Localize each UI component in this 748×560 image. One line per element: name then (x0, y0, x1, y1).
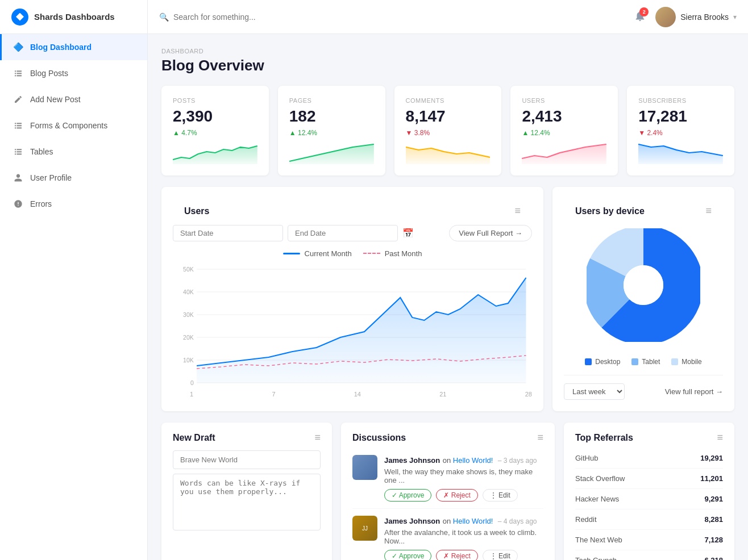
chart-area: 50K 40K 30K 20K 10K 0 (173, 264, 532, 388)
layout: 🔷 Blog Dashboard Blog Posts Add New Post… (0, 34, 748, 560)
tables-icon (13, 147, 23, 157)
top-referrals-card: Top Referrals ≡ GitHub 19,291 Stack Over… (564, 423, 734, 560)
svg-text:0: 0 (190, 380, 194, 386)
discussion-post-link[interactable]: Hello World! (453, 517, 493, 525)
list-icon (13, 68, 23, 78)
edit-button[interactable]: ⋮ Edit (483, 550, 518, 560)
sidebar-item-label: Tables (30, 147, 53, 156)
referral-count: 19,291 (700, 454, 723, 462)
legend-dashed-line (363, 253, 380, 254)
notification-count: 2 (639, 7, 649, 16)
svg-rect-7 (16, 123, 22, 124)
approve-button[interactable]: ✓ Approve (384, 550, 431, 560)
discussion-author: James Johnson (384, 456, 440, 465)
discussion-item: James Johnson on Hello World! – 3 days a… (352, 448, 543, 509)
sidebar-item-tables[interactable]: Tables (0, 139, 147, 165)
tablet-dot (631, 358, 638, 365)
end-date-input[interactable] (288, 225, 398, 241)
forms-icon (13, 120, 23, 131)
legend-current-label: Current Month (305, 249, 352, 258)
sidebar-item-blog-dashboard[interactable]: 🔷 Blog Dashboard (0, 34, 147, 60)
users-line-chart: 50K 40K 30K 20K 10K 0 (173, 264, 532, 388)
page-title: Blog Overview (161, 57, 734, 74)
sidebar-item-errors[interactable]: Errors (0, 191, 147, 217)
referral-item: Hacker News 9,291 (575, 489, 723, 509)
user-info[interactable]: Sierra Brooks ▾ (655, 7, 737, 27)
sidebar-item-label: Add New Post (30, 95, 81, 104)
stats-row: POSTS 2,390 ▲ 4.7% PAGES 182 ▲ 12.4% (161, 86, 734, 175)
svg-rect-6 (15, 123, 16, 124)
svg-rect-17 (16, 153, 22, 154)
add-icon (13, 94, 23, 105)
sidebar-item-label: User Profile (30, 173, 72, 182)
svg-rect-13 (16, 149, 22, 150)
draft-menu[interactable]: ≡ (314, 432, 321, 444)
draft-body-input[interactable] (173, 474, 321, 530)
svg-rect-2 (15, 73, 16, 74)
legend-solid-line (283, 253, 300, 254)
referral-item: The Next Web 7,128 (575, 530, 723, 550)
sidebar-item-user-profile[interactable]: User Profile (0, 165, 147, 191)
stat-value: 8,147 (406, 107, 491, 126)
sidebar-item-label: Blog Dashboard (30, 43, 92, 52)
referral-count: 11,201 (700, 474, 723, 483)
draft-title: New Draft (173, 433, 215, 443)
avatar (655, 7, 676, 27)
reject-button[interactable]: ✗ Reject (436, 489, 477, 502)
stat-value: 182 (289, 107, 374, 126)
sparkline-pages (289, 141, 374, 164)
edit-button[interactable]: ⋮ Edit (483, 489, 518, 502)
users-chart-title: Users (184, 206, 209, 216)
stat-value: 2,413 (522, 107, 606, 126)
search-input[interactable] (173, 12, 611, 22)
device-chart-title: Users by device (575, 206, 645, 216)
sidebar: 🔷 Blog Dashboard Blog Posts Add New Post… (0, 34, 148, 560)
referral-name: Reddit (575, 515, 597, 524)
sparkline-posts (173, 141, 257, 164)
calendar-icon[interactable]: 📅 (402, 228, 414, 239)
pie-legend: Desktop Tablet Mobile (564, 358, 723, 366)
referrals-menu[interactable]: ≡ (717, 432, 723, 444)
discussions-title: Discussions (352, 433, 406, 443)
device-chart-card: Users by device ≡ (552, 187, 734, 411)
stat-card-comments: COMMENTS 8,147 ▼ 3.8% (394, 86, 502, 175)
start-date-input[interactable] (173, 225, 283, 241)
svg-rect-14 (15, 151, 16, 152)
sidebar-item-blog-posts[interactable]: Blog Posts (0, 60, 147, 86)
svg-text:20K: 20K (183, 335, 194, 341)
stat-change: ▼ 3.8% (406, 129, 491, 137)
brand-icon (11, 9, 28, 26)
brand: Shards Dashboards (0, 0, 148, 34)
draft-title-input[interactable] (173, 450, 321, 469)
approve-button[interactable]: ✓ Approve (384, 489, 431, 502)
top-nav: Shards Dashboards 🔍 2 Sierra Brooks ▾ (0, 0, 748, 34)
stat-label: SUBSCRIBERS (638, 97, 723, 104)
period-select[interactable]: Last week Last month (564, 383, 625, 400)
sidebar-item-label: Forms & Components (30, 121, 107, 130)
nav-right: 2 Sierra Brooks ▾ (622, 7, 748, 27)
sidebar-item-add-new-post[interactable]: Add New Post (0, 86, 147, 112)
notifications-bell[interactable]: 2 (634, 10, 646, 24)
discussion-avatar (352, 455, 377, 480)
users-controls: 📅 View Full Report → (173, 225, 532, 241)
stat-label: USERS (522, 97, 606, 104)
svg-rect-9 (16, 125, 22, 126)
view-full-report-link[interactable]: View full report → (665, 387, 723, 396)
user-icon (13, 173, 23, 183)
sidebar-item-forms[interactable]: Forms & Components (0, 112, 147, 139)
referral-name: Stack Overflow (575, 474, 625, 483)
device-card-menu[interactable]: ≡ (705, 205, 712, 217)
referral-count: 9,291 (704, 495, 723, 503)
users-card-menu[interactable]: ≡ (514, 205, 521, 217)
discussion-item: JJ James Johnson on Hello World! – 4 day… (352, 509, 543, 560)
pie-chart (587, 228, 700, 342)
discussion-post-link[interactable]: Hello World! (453, 456, 493, 465)
discussion-text: After the avalanche, it took us a week t… (384, 528, 543, 545)
reject-button[interactable]: ✗ Reject (436, 550, 477, 560)
view-full-report-button[interactable]: View Full Report → (449, 225, 532, 241)
discussions-menu[interactable]: ≡ (537, 432, 543, 444)
discussion-time: – 3 days ago (498, 457, 537, 465)
svg-rect-3 (16, 73, 22, 74)
referral-count: 7,128 (704, 536, 723, 544)
referral-item: Tech Crunch 6,218 (575, 550, 723, 560)
